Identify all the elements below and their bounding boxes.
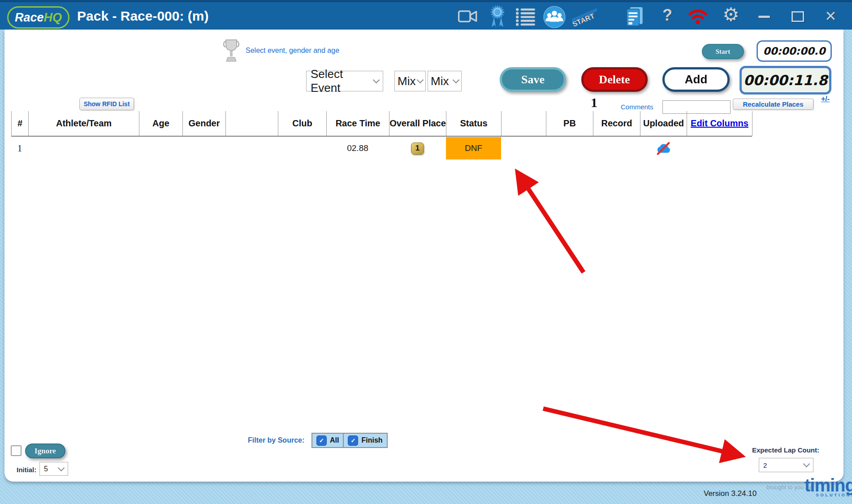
record-cell bbox=[593, 137, 640, 159]
recalculate-places-button[interactable]: Recalculate Places bbox=[733, 99, 813, 110]
uploaded-cell bbox=[640, 137, 687, 159]
chevron-down-icon bbox=[58, 464, 65, 471]
report-document-icon[interactable] bbox=[625, 7, 644, 27]
column-header-club: Club bbox=[278, 111, 327, 136]
initial-dropdown[interactable]: 5 bbox=[39, 462, 68, 476]
maximize-icon[interactable] bbox=[791, 11, 804, 22]
chevron-down-icon bbox=[417, 77, 424, 84]
athlete-team-cell bbox=[28, 137, 139, 159]
wifi-offline-icon[interactable] bbox=[688, 8, 708, 25]
racehq-window: { "titlebar": { "logo_race": "Race", "lo… bbox=[0, 0, 852, 504]
filter-option-all[interactable]: ✓ All bbox=[311, 433, 344, 448]
gender-value: Mix bbox=[398, 74, 415, 88]
empty-cell bbox=[225, 137, 278, 159]
initial-label: Initial: bbox=[17, 466, 36, 474]
checkbox-checked-icon: ✓ bbox=[316, 435, 327, 446]
age-dropdown[interactable]: Mix bbox=[428, 71, 462, 91]
club-cell bbox=[278, 137, 326, 159]
ignore-checkbox[interactable] bbox=[11, 445, 22, 456]
trophy-icon bbox=[222, 39, 240, 65]
save-button[interactable]: Save bbox=[500, 67, 566, 92]
column-header-race-time: Race Time bbox=[327, 111, 389, 136]
help-icon[interactable]: ? bbox=[662, 6, 672, 25]
chevron-down-icon bbox=[803, 461, 810, 468]
table-header-row: # Athlete/Team Age Gender Club Race Time… bbox=[11, 111, 752, 137]
add-button[interactable]: Add bbox=[662, 67, 730, 92]
settings-gear-icon[interactable]: ⚙ bbox=[722, 4, 740, 26]
edit-columns-cell bbox=[687, 137, 752, 159]
version-text: Version 3.24.10 bbox=[704, 489, 757, 498]
column-header-gender: Gender bbox=[183, 111, 226, 136]
column-header-age: Age bbox=[139, 111, 183, 136]
pb-cell bbox=[546, 137, 593, 159]
column-header-num: # bbox=[12, 111, 29, 136]
expected-lap-count-label: Expected Lap Count: bbox=[752, 446, 819, 454]
column-header-uploaded: Uploaded bbox=[640, 111, 687, 136]
start-line-icon[interactable]: START bbox=[570, 6, 599, 28]
start-button[interactable]: Start bbox=[702, 44, 744, 59]
racehq-logo: RaceHQ bbox=[7, 6, 69, 29]
filter-by-source-label: Filter by Source: bbox=[248, 436, 304, 444]
titlebar: RaceHQ Pack - Race-000: (m) START ? ⚙ ✕ bbox=[0, 0, 852, 30]
checkbox-checked-icon: ✓ bbox=[348, 435, 358, 446]
chevron-down-icon bbox=[453, 77, 460, 84]
filter-option-label: Finish bbox=[361, 436, 382, 444]
logo-hq-text: HQ bbox=[44, 11, 62, 25]
event-select-value: Select Event bbox=[311, 67, 370, 95]
race-time-cell: 02.88 bbox=[326, 137, 389, 159]
selected-count: 1 bbox=[591, 95, 597, 110]
logo-race-text: Race bbox=[15, 11, 44, 25]
main-timer-display: 00:00:00.0 bbox=[757, 40, 832, 62]
column-header-pb: PB bbox=[546, 111, 593, 136]
close-icon[interactable]: ✕ bbox=[825, 8, 837, 25]
video-camera-icon[interactable] bbox=[458, 9, 478, 23]
column-header-athlete-team: Athlete/Team bbox=[29, 111, 139, 136]
initial-value: 5 bbox=[44, 465, 48, 473]
show-rfid-list-button[interactable]: Show RFID List bbox=[79, 98, 134, 110]
gender-cell bbox=[182, 137, 225, 159]
chevron-down-icon bbox=[373, 77, 380, 84]
window-title: Pack - Race-000: (m) bbox=[77, 2, 208, 30]
column-header-empty-2 bbox=[502, 111, 546, 136]
lap-count-value: 2 bbox=[763, 461, 767, 469]
event-select-hint: Select event, gender and age bbox=[246, 47, 339, 55]
race-timer-display: 00:00:11.8 bbox=[740, 66, 831, 95]
column-header-empty bbox=[226, 111, 278, 136]
delete-button[interactable]: Delete bbox=[581, 67, 648, 92]
filter-source-group: ✓ All ✓ Finish bbox=[311, 433, 388, 448]
place-badge: 1 bbox=[411, 142, 424, 155]
edit-columns-link[interactable]: Edit Columns bbox=[687, 111, 753, 136]
timing-solutions-logo: timing SOLUTIONS bbox=[804, 478, 852, 497]
filter-option-finish[interactable]: ✓ Finish bbox=[343, 433, 387, 448]
empty-cell-2 bbox=[501, 137, 546, 159]
age-value: Mix bbox=[431, 74, 449, 88]
column-header-overall-place: Overall Place bbox=[389, 111, 446, 136]
filter-option-label: All bbox=[330, 436, 339, 444]
row-number-cell: 1 bbox=[11, 137, 28, 159]
plus-minus-link[interactable]: +/- bbox=[821, 95, 830, 103]
age-cell bbox=[139, 137, 182, 159]
column-header-record: Record bbox=[593, 111, 640, 136]
brand-text: timing bbox=[804, 478, 852, 493]
column-header-status: Status bbox=[446, 111, 502, 136]
award-ribbon-icon[interactable] bbox=[489, 5, 506, 29]
gender-dropdown[interactable]: Mix bbox=[394, 71, 426, 91]
cloud-upload-disabled-icon[interactable] bbox=[655, 142, 672, 155]
table-row: 1 02.88 1 DNF bbox=[11, 137, 752, 159]
athletes-group-icon[interactable] bbox=[543, 6, 566, 28]
entries-list-icon[interactable] bbox=[515, 8, 536, 26]
event-select-dropdown[interactable]: Select Event bbox=[306, 71, 383, 91]
comments-label: Comments bbox=[621, 103, 653, 111]
expected-lap-count-dropdown[interactable]: 2 bbox=[759, 458, 813, 472]
minimize-icon[interactable] bbox=[758, 16, 770, 18]
overall-place-cell: 1 bbox=[389, 137, 446, 159]
ignore-button[interactable]: Ignore bbox=[25, 444, 65, 458]
status-cell[interactable]: DNF bbox=[446, 137, 501, 159]
